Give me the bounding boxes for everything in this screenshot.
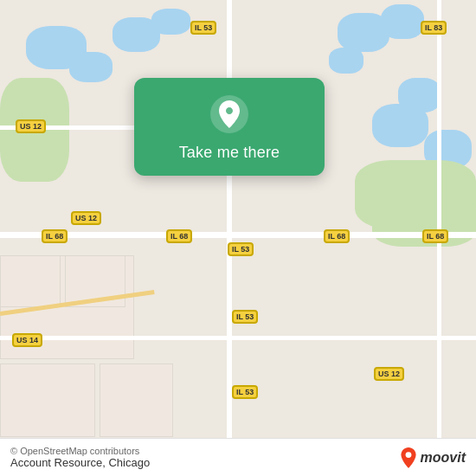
badge-us14: US 14 [12,333,42,347]
map-attribution: © OpenStreetMap contributors [10,446,150,456]
badge-il68-far: IL 68 [422,229,448,243]
badge-il68-left: IL 68 [42,229,68,243]
badge-il68-right: IL 68 [324,229,350,243]
water-body [381,4,424,39]
badge-us12-mid: US 12 [71,211,101,225]
badge-il53-top: IL 53 [190,21,216,35]
map-container: US 12 US 12 US 14 US 12 IL 68 IL 68 IL 6… [0,0,476,476]
badge-il68-mid: IL 68 [166,229,192,243]
badge-il53-bot: IL 53 [232,310,258,324]
badge-il83: IL 83 [421,21,447,35]
badge-il53-mid: IL 53 [228,242,254,256]
water-body [398,78,441,113]
water-body [69,52,113,82]
location-pin-icon [209,93,250,135]
block [0,255,61,307]
moovit-pin-icon [400,447,417,468]
moovit-logo: moovit [400,447,466,468]
bottom-bar: © OpenStreetMap contributors Account Res… [0,438,476,476]
moovit-brand-text: moovit [421,450,466,466]
block [0,363,95,437]
water-body [151,9,190,35]
block [100,363,173,437]
road-il68 [0,232,476,238]
badge-us12-top: US 12 [16,119,46,133]
road-lower [0,336,476,340]
tooltip-card: Take me there [134,78,325,176]
svg-point-1 [405,452,411,458]
badge-us12-bot: US 12 [374,367,404,381]
take-me-there-button[interactable]: Take me there [179,144,280,162]
location-label: Account Resource, Chicago [10,456,150,469]
badge-il53-btm: IL 53 [232,385,258,399]
water-body [329,48,363,74]
